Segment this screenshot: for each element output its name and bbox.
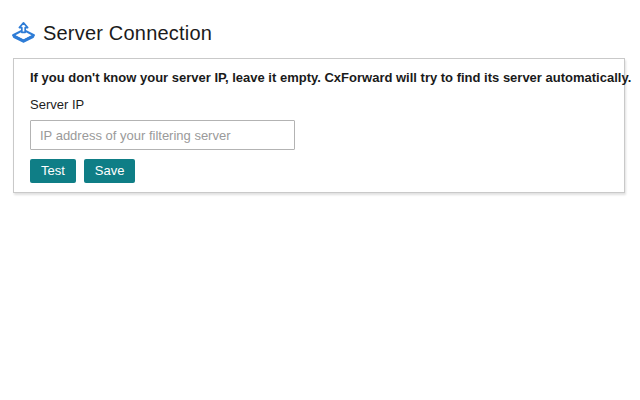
page-title: Server Connection xyxy=(43,22,212,45)
server-ip-input[interactable] xyxy=(30,120,295,150)
instructions-text: If you don't know your server IP, leave … xyxy=(30,70,608,85)
server-connection-page: Server Connection If you don't know your… xyxy=(0,0,640,193)
server-connection-panel: If you don't know your server IP, leave … xyxy=(13,58,625,193)
page-header: Server Connection xyxy=(0,0,640,47)
export-tray-icon xyxy=(11,20,36,46)
server-ip-label: Server IP xyxy=(30,97,608,112)
button-row: Test Save xyxy=(30,159,608,183)
save-button[interactable]: Save xyxy=(84,159,136,183)
test-button[interactable]: Test xyxy=(30,159,76,183)
